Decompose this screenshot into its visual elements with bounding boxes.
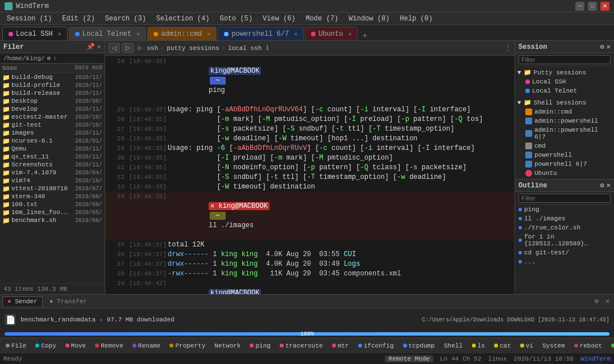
outline-item-ll[interactable]: ll ./images (515, 214, 614, 223)
menu-goto[interactable]: Goto (5) (215, 14, 257, 24)
sidebar-pin-icon[interactable]: 📌 (86, 43, 95, 51)
menu-session[interactable]: Session (1) (2, 14, 56, 24)
file-item[interactable]: 📁 10m_lines_foo.t… 2020/05/ (0, 208, 105, 216)
file-item[interactable]: 📁 xterm-348 2019/08/ (0, 193, 105, 200)
menu-help[interactable]: Help (0) (395, 14, 437, 24)
session-item-powershell67[interactable]: powershell 6|7 (515, 160, 614, 169)
session-gear-icon[interactable]: ⚙ (600, 43, 604, 51)
shell-sessions-group: ▼ 📁 Shell sessions admin::cmd admin::pow… (515, 98, 614, 178)
tool-property[interactable]: Property (166, 342, 209, 350)
session-filter-input[interactable] (518, 55, 611, 64)
tab-close-local-telnet[interactable]: ✕ (136, 31, 140, 37)
menu-mode[interactable]: Mode (7) (301, 14, 343, 24)
term-line-24: 24 [18:48:35] king@MACBOOK ~ ping (105, 57, 515, 105)
bottom-toolbar: File Copy Move Remove Rename Property Ne… (0, 338, 614, 353)
path-up-icon[interactable]: ↑ (53, 55, 57, 62)
tab-close-admin-cmd[interactable]: ✕ (207, 31, 210, 37)
menu-search[interactable]: Search (3) (101, 14, 151, 24)
session-item-admin-powershell[interactable]: admin::powershell (515, 116, 614, 125)
session-close-icon[interactable]: ✕ (607, 43, 611, 51)
tool-shell[interactable]: Shell (441, 342, 466, 350)
maximize-button[interactable]: □ (588, 2, 597, 11)
info-icon[interactable]: ℹ (266, 44, 269, 52)
outline-item-truecolor[interactable]: ./true_color.sh (515, 223, 614, 232)
session-item-cmd[interactable]: cmd (515, 141, 614, 150)
outline-item-cd[interactable]: cd git-test/ (515, 248, 614, 257)
tab-admin-cmd[interactable]: admin::cmd ✕ (147, 27, 217, 40)
tab-local-ssh[interactable]: Local SSH ✕ (2, 27, 68, 40)
outline-close-icon[interactable]: ✕ (607, 181, 611, 190)
session-item-admin-cmd[interactable]: admin::cmd (515, 107, 614, 116)
tool-cat[interactable]: cat (491, 342, 515, 350)
file-item[interactable]: 📁 benchmark.sh 2019/08/ (0, 216, 105, 224)
menu-edit[interactable]: Edit (2) (57, 14, 99, 24)
tab-powershell[interactable]: powershell 6/7 ✕ (218, 27, 304, 40)
session-filter (515, 53, 614, 66)
outline-item-ping[interactable]: ping (515, 205, 614, 214)
tool-system[interactable]: System (539, 342, 569, 350)
tool-ping[interactable]: ping (246, 342, 273, 350)
minimize-button[interactable]: ─ (575, 2, 584, 11)
back-button[interactable]: ◁ (109, 43, 120, 53)
file-item[interactable]: 📁 build-debug 2020/11/ (0, 73, 105, 81)
file-item[interactable]: 📁 Develop 2020/11/ (0, 105, 105, 113)
tab-local-telnet[interactable]: Local Telnet ✕ (69, 27, 146, 40)
tool-move[interactable]: Move (62, 342, 89, 350)
file-item[interactable]: 📁 qx_test_11 2020/11/ (0, 153, 105, 161)
sender-tab[interactable]: ● Sender (2, 296, 43, 306)
shell-group-header[interactable]: ▼ 📁 Shell sessions (515, 98, 614, 107)
transfer-close-icon[interactable]: ✕ (603, 297, 612, 306)
tab-close-powershell[interactable]: ✕ (294, 31, 297, 37)
tool-network[interactable]: Network (211, 342, 244, 350)
session-item-local-telnet[interactable]: Local Telnet (515, 86, 614, 95)
tool-vi[interactable]: vi (517, 342, 537, 350)
file-item[interactable]: 📁 vim74 2020/10/ (0, 177, 105, 185)
tool-traceroute[interactable]: traceroute (276, 342, 326, 350)
file-item[interactable]: 📁 100.txt 2020/09/ (0, 200, 105, 208)
file-item[interactable]: 📁 vim-7.4.1079 2020/04/ (0, 169, 105, 177)
outline-item-for[interactable]: for i in {128512..128589}… (515, 232, 614, 248)
outline-gear-icon[interactable]: ⚙ (600, 181, 604, 190)
tool-ls[interactable]: ls (468, 342, 488, 350)
session-item-powershell[interactable]: powershell (515, 150, 614, 160)
transfer-tab[interactable]: ● Transfer (45, 297, 92, 306)
tab-close-ubuntu[interactable]: ✕ (348, 31, 351, 37)
tool-tcpdump[interactable]: tcpdump (400, 342, 438, 350)
more-icon[interactable]: ⋮ (504, 44, 511, 52)
close-button[interactable]: ✕ (600, 2, 609, 11)
file-item[interactable]: 📁 git-test 2020/10/ (0, 121, 105, 129)
file-item[interactable]: 📁 vttest-20190710 2019/07/ (0, 185, 105, 193)
file-item[interactable]: 📁 Qemu 2020/11/ (0, 145, 105, 153)
tab-close-local-ssh[interactable]: ✕ (58, 31, 61, 37)
tool-reboot[interactable]: reboot (571, 342, 606, 350)
session-item-admin-powershell67[interactable]: admin::powershell 6|7 (515, 125, 614, 141)
menu-view[interactable]: View (6) (258, 14, 300, 24)
sidebar-close-icon[interactable]: ✕ (97, 43, 101, 51)
menu-window[interactable]: Window (8) (344, 14, 394, 24)
tab-add-button[interactable]: + (359, 31, 370, 40)
tool-crontab[interactable]: crontab (608, 342, 614, 350)
file-item[interactable]: 📁 ncurses-6.1 2018/01/ (0, 137, 105, 145)
transfer-gear-icon[interactable]: ⚙ (592, 297, 601, 306)
session-item-local-ssh[interactable]: Local SSH (515, 77, 614, 86)
tab-ubuntu[interactable]: Ubuntu ✕ (305, 27, 358, 40)
menu-selection[interactable]: Selection (4) (152, 14, 214, 24)
outline-filter-input[interactable] (518, 194, 611, 203)
file-item[interactable]: 📁 Screenshots 2020/11/ (0, 161, 105, 169)
putty-group-header[interactable]: ▼ 📁 Putty sessions (515, 68, 614, 77)
tool-file[interactable]: File (2, 342, 30, 350)
file-item[interactable]: 📁 build-profile 2020/11/ (0, 81, 105, 89)
tool-remove[interactable]: Remove (92, 342, 127, 350)
file-item[interactable]: 📁 esctest2-master 2020/10/ (0, 113, 105, 121)
tool-mtr[interactable]: mtr (329, 342, 352, 350)
tool-copy[interactable]: Copy (32, 342, 59, 350)
terminal-scroll[interactable]: 24 [18:48:35] king@MACBOOK ~ ping 25 [18… (105, 56, 515, 294)
forward-button[interactable]: ▷ (122, 43, 134, 53)
tool-rename[interactable]: Rename (129, 342, 164, 350)
file-item[interactable]: 📁 build-release 2020/11/ (0, 89, 105, 97)
outline-item-more[interactable]: ... (515, 257, 614, 266)
file-item[interactable]: 📁 Desktop 2020/06/ (0, 97, 105, 105)
session-item-ubuntu[interactable]: Ubuntu (515, 169, 614, 178)
file-item[interactable]: 📁 images 2020/11/ (0, 129, 105, 137)
tool-ifconfig[interactable]: ifconfig (355, 342, 397, 350)
